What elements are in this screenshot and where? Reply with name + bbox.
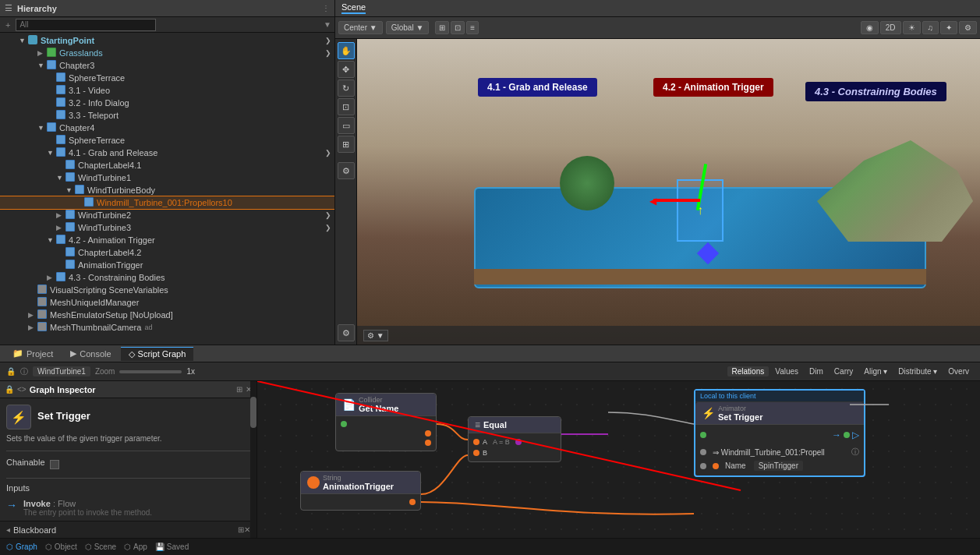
gizmo-btn[interactable]: ⊡ [451, 21, 465, 34]
scene-gizmo-btn[interactable]: ⚙ ▼ [363, 330, 388, 341]
values-btn[interactable]: Values [770, 366, 803, 376]
inspector-code-icon[interactable]: <> [17, 385, 27, 394]
tree-item-wind-turbine2[interactable]: ▶ WindTurbine2 ❯ [0, 209, 334, 221]
script-graph-canvas[interactable]: 📄 Collider Get Name [257, 381, 980, 538]
blackboard-close-btn[interactable]: ✕ [244, 525, 250, 534]
string-animation-trigger-node[interactable]: String AnimationTrigger [300, 471, 421, 511]
tree-item-sphere-terrace2[interactable]: ▶ SphereTerrace [0, 134, 334, 147]
scale-tool-btn[interactable]: ⊡ [338, 98, 355, 115]
tree-item-wind-turbine-body[interactable]: ▼ WindTurbineBody [0, 184, 334, 196]
target-field: ⇒ Windmill_Turbine_001:Propell [713, 448, 848, 457]
node-title-group: String AnimationTrigger [323, 474, 394, 491]
equal-node[interactable]: ≡ Equal A A = B B [468, 416, 561, 462]
tree-item-constraining-bodies[interactable]: ▶ 4.3 - Constraining Bodies [0, 271, 334, 284]
zoom-slider[interactable] [119, 370, 182, 373]
inspector-chainable-row: Chainable [6, 456, 250, 473]
tree-item-wind-turbine1[interactable]: ▼ WindTurbine1 [0, 171, 334, 184]
inspector-header: 🔒 <> Graph Inspector ⊞ ✕ [0, 381, 256, 398]
tree-item-chapter4[interactable]: ▼ Chapter4 [0, 122, 334, 134]
transform-tool-btn[interactable]: ⊞ [338, 136, 355, 153]
tree-item-chapter-label-42[interactable]: ▶ ChapterLabel4.2 [0, 246, 334, 259]
status-object[interactable]: ⬡ Object [45, 543, 77, 551]
tree-item-grasslands[interactable]: ▶ Grasslands ❯ [0, 47, 334, 59]
tree-item-chapter3[interactable]: ▼ Chapter3 [0, 59, 334, 72]
ad-badge: ad [144, 323, 152, 331]
hierarchy-add-btn[interactable]: + [3, 19, 12, 30]
tab-script-graph[interactable]: ◇ Script Graph [121, 347, 194, 361]
move-tool-btn[interactable]: ✥ [338, 61, 355, 78]
scrollbar-thumb[interactable] [250, 397, 256, 428]
tree-item-info-dialog[interactable]: ▶ 3.2 - Info Dialog [0, 97, 334, 109]
tab-console[interactable]: ▶ Console [62, 347, 119, 360]
2d-btn[interactable]: 2D [880, 21, 901, 34]
light-btn[interactable]: ☀ [903, 21, 921, 34]
distribute-btn[interactable]: Distribute ▾ [893, 366, 942, 376]
expand-icon: ▶ [56, 249, 65, 256]
animator-set-trigger-node[interactable]: Local to this client ⚡ Animator Set Trig… [694, 389, 865, 477]
tree-item-sphere-terrace[interactable]: ▶ SphereTerrace [0, 72, 334, 84]
snap-btn[interactable]: ≡ [466, 21, 479, 34]
align-btn[interactable]: Align ▾ [859, 366, 892, 376]
tree-item-windmill-propellors[interactable]: ▶ Windmill_Turbine_001:Propellors10 [0, 196, 334, 209]
flow-in-group [700, 432, 706, 438]
tree-item-teleport[interactable]: ▶ 3.3 - Teleport [0, 109, 334, 122]
target-info-btn[interactable]: ⓘ [851, 447, 859, 458]
relations-btn[interactable]: Relations [727, 366, 769, 376]
tree-item-chapter-label-41[interactable]: ▶ ChapterLabel4.1 [0, 159, 334, 171]
tree-item-visual-scripting[interactable]: ▶ VisualScripting SceneVariables [0, 284, 334, 296]
expand-icon: ▶ [56, 224, 65, 232]
cube-icon [65, 260, 76, 270]
tree-item-mesh-thumbnail[interactable]: ▶ MeshThumbnailCamera ad [0, 321, 334, 334]
status-saved[interactable]: 💾 Saved [155, 543, 189, 551]
hierarchy-search[interactable] [16, 19, 156, 31]
hand-tool-btn[interactable]: ✋ [338, 42, 355, 59]
tab-project[interactable]: 📁 Project [5, 347, 61, 360]
inspector-expand-btn[interactable]: ⊞ [236, 385, 242, 394]
collider-get-name-node[interactable]: 📄 Collider Get Name [335, 393, 437, 451]
bottom-tabs-bar: 📁 Project ▶ Console ◇ Script Graph [0, 345, 980, 362]
fx-btn[interactable]: ✦ [940, 21, 957, 34]
status-app[interactable]: ⬡ App [124, 543, 147, 551]
status-scene[interactable]: ⬡ Scene [85, 543, 116, 551]
dim-btn[interactable]: Dim [805, 366, 828, 376]
overview-btn[interactable]: Overv [943, 366, 974, 376]
render-btn[interactable]: ◉ [861, 21, 879, 34]
node-title: Set Trigger [718, 412, 762, 422]
rotate-tool-btn[interactable]: ↻ [338, 80, 355, 97]
tree-label: 4.3 - Constraining Bodies [69, 273, 165, 282]
tree-item-video[interactable]: ▶ 3.1 - Video [0, 84, 334, 97]
tree-item-wind-turbine3[interactable]: ▶ WindTurbine3 ❯ [0, 221, 334, 234]
scene-tool-group: ⊞ ⊡ ≡ [435, 21, 479, 34]
global-btn[interactable]: Global ▼ [386, 21, 430, 34]
tree-item-starting-point[interactable]: ▼ StartingPoint ❯ [0, 34, 334, 47]
tree-item-animation-trigger-obj[interactable]: ▶ AnimationTrigger [0, 259, 334, 271]
grid-btn[interactable]: ⊞ [435, 21, 449, 34]
hierarchy-filter[interactable]: ▼ [324, 20, 331, 29]
bottom-tool-btn[interactable]: ⚙ [338, 324, 355, 341]
status-graph[interactable]: ⬡ Graph [6, 543, 37, 551]
inspector-scrollbar[interactable] [250, 381, 256, 538]
tree-label: 4.1 - Grab and Release [69, 148, 157, 157]
audio-btn[interactable]: ♫ [922, 21, 939, 34]
tree-item-mesh-emulator[interactable]: ▶ MeshEmulatorSetup [NoUpload] [0, 309, 334, 321]
tree-item-grab-release[interactable]: ▼ 4.1 - Grab and Release ❯ [0, 147, 334, 159]
node-body: A A = B B [469, 433, 561, 461]
flow-port-in [341, 421, 347, 427]
info-icon: ⓘ [20, 366, 28, 377]
tree-item-mesh-uid[interactable]: ▶ MeshUniqueIdManager [0, 296, 334, 309]
tree-item-animation-trigger[interactable]: ▼ 4.2 - Animation Trigger [0, 234, 334, 246]
expand-icon: ▼ [47, 236, 56, 244]
scene-settings-btn[interactable]: ⚙ [959, 21, 977, 34]
carry-btn[interactable]: Carry [830, 366, 858, 376]
scene-tab[interactable]: Scene [341, 2, 366, 14]
zoom-label: Zoom [95, 367, 115, 376]
expand-icon: ▶ [47, 74, 56, 82]
hierarchy-options[interactable]: ⋮ [322, 4, 330, 12]
center-btn[interactable]: Center ▼ [338, 21, 383, 34]
tree-label: Grasslands [59, 48, 103, 58]
custom-tool-btn[interactable]: ⚙ [338, 162, 355, 179]
hierarchy-tree[interactable]: ▼ StartingPoint ❯ ▶ Grasslands ❯ [0, 33, 334, 345]
rect-tool-btn[interactable]: ▭ [338, 117, 355, 134]
blackboard-expand-btn[interactable]: ⊞ [238, 525, 244, 534]
chainable-checkbox[interactable] [50, 460, 59, 469]
